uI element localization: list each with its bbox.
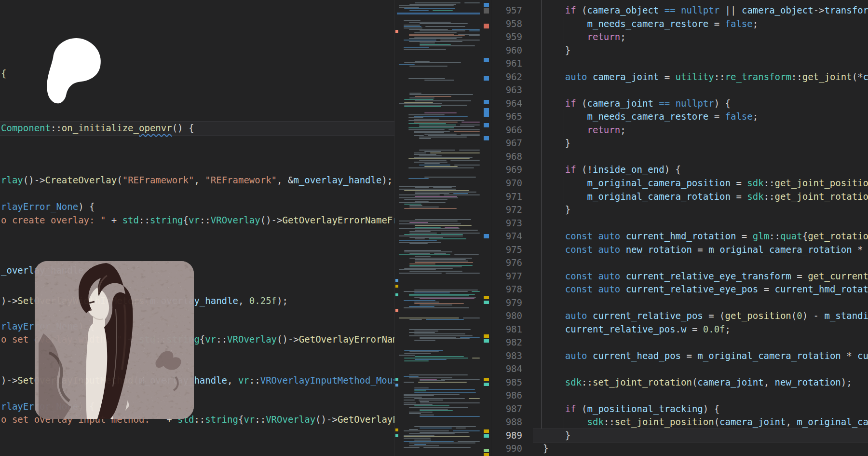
code-token <box>593 271 598 281</box>
minimap-line <box>419 400 443 401</box>
minimap-line <box>409 237 443 238</box>
line-number: 966 <box>491 123 522 137</box>
minimap-line <box>409 294 475 295</box>
code-token: , <box>238 295 249 306</box>
line-number: 959 <box>491 30 522 43</box>
minimap-line <box>409 265 473 266</box>
code-line: if (camera_joint == nullptr) { <box>543 97 731 110</box>
overview-ruler-marker <box>484 301 489 304</box>
code-token: VROverlay <box>211 215 260 225</box>
minimap-line <box>420 298 475 299</box>
minimap-line <box>414 37 462 38</box>
minimap-line <box>414 444 426 445</box>
minimap-line <box>414 135 424 136</box>
code-token: , <box>277 175 288 185</box>
minimap-line <box>404 394 460 395</box>
code-token: new_rotation <box>626 244 692 255</box>
code-token: :: <box>764 191 775 202</box>
minimap-line <box>404 300 435 301</box>
code-token <box>736 5 741 15</box>
minimap-line <box>433 10 453 11</box>
minimap-line <box>409 332 435 333</box>
code-token: current_relative_eye_pos <box>626 284 759 294</box>
line-number: 969 <box>491 163 522 176</box>
code-token: camera_object <box>742 5 814 15</box>
code-token: ()-> <box>277 334 299 345</box>
line-number: 967 <box>491 136 522 150</box>
minimap[interactable] <box>394 0 483 456</box>
minimap-line <box>420 45 475 46</box>
minimap-line <box>409 263 435 264</box>
code-line: m_original_camera_rotation = sdk::get_jo… <box>543 190 868 203</box>
minimap-line <box>415 187 429 188</box>
minimap-line <box>409 222 428 223</box>
minimap-line <box>415 230 478 231</box>
line-number: 965 <box>491 110 522 123</box>
patreon-blob-logo <box>38 32 103 105</box>
minimap-line <box>415 96 451 97</box>
minimap-line <box>409 66 448 67</box>
minimap-line <box>408 117 423 118</box>
code-token: rlayError_None <box>1 201 78 212</box>
code-token <box>593 231 598 241</box>
minimap-line <box>404 102 433 103</box>
minimap-line <box>420 409 448 410</box>
code-token: = <box>686 324 703 334</box>
code-token: camera_joint <box>697 377 763 387</box>
minimap-line <box>414 331 438 332</box>
minimap-line <box>404 40 436 41</box>
code-token: false <box>725 111 753 122</box>
minimap-line <box>414 132 444 133</box>
line-number: 980 <box>491 309 522 322</box>
code-token: GetOverlayErrorNameFro <box>282 215 394 225</box>
code-token: , <box>227 375 238 386</box>
minimap-line <box>414 440 431 441</box>
code-token: vr <box>189 215 200 225</box>
overview-ruler-marker <box>484 453 489 456</box>
line-number: 968 <box>491 150 522 163</box>
minimap-line <box>420 402 480 403</box>
overview-ruler-marker <box>484 136 489 140</box>
code-token: auto <box>598 284 620 294</box>
line-number: 979 <box>491 296 522 309</box>
code-token: auto <box>565 350 587 361</box>
minimap-line <box>414 340 435 341</box>
code-token: sdk <box>747 178 763 188</box>
code-token: curr <box>857 350 868 361</box>
minimap-line <box>414 157 473 158</box>
code-token: :: <box>791 71 802 82</box>
minimap-line <box>409 377 452 378</box>
code-token: } <box>543 138 570 148</box>
minimap-line <box>414 387 429 388</box>
code-token: get_joint_position <box>774 178 868 188</box>
code-token: = <box>708 111 725 122</box>
code-token <box>593 284 598 294</box>
code-token: :: <box>200 215 211 225</box>
minimap-line <box>424 80 454 81</box>
minimap-line <box>399 103 442 104</box>
code-token: = <box>731 191 747 202</box>
overview-ruler-marker <box>484 434 489 438</box>
minimap-line <box>453 430 480 431</box>
minimap-line <box>444 194 480 195</box>
code-line: { <box>1 67 6 80</box>
right-current-line-highlight <box>533 428 868 443</box>
overview-ruler-scrollbar[interactable] <box>482 0 491 456</box>
code-token <box>543 231 565 241</box>
right-editor-pane[interactable]: 9579589599609619629639649659669679689699… <box>491 0 868 456</box>
minimap-line <box>404 435 434 436</box>
minimap-line <box>420 337 456 338</box>
minimap-line <box>404 208 457 209</box>
code-token <box>543 284 565 294</box>
minimap-line <box>424 166 458 167</box>
minimap-line <box>404 376 419 377</box>
code-token: { <box>183 215 189 225</box>
line-number: 964 <box>491 97 522 110</box>
code-token: on_initialize_ <box>62 123 139 133</box>
minimap-line <box>429 238 466 239</box>
overview-ruler-marker <box>484 234 489 238</box>
line-number: 973 <box>491 216 522 230</box>
minimap-decoration-marker <box>395 293 398 296</box>
code-token: * <box>841 350 857 361</box>
minimap-line <box>415 196 457 197</box>
